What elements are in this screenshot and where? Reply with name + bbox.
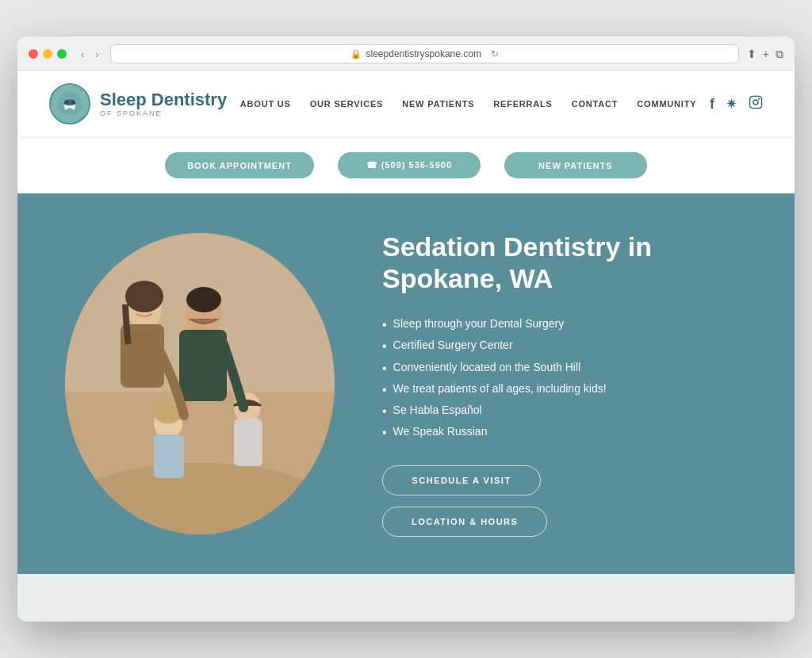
phone-button[interactable]: ☎ (509) 536-5900 xyxy=(338,152,481,178)
share-button[interactable]: ⬆ xyxy=(747,48,756,60)
nav-contact[interactable]: CONTACT xyxy=(572,99,619,109)
nav-menu: ABOUT US OUR SERVICES NEW PATIENTS REFER… xyxy=(240,99,697,109)
nav-about-us[interactable]: ABOUT US xyxy=(240,99,291,109)
yelp-icon[interactable]: ✷ xyxy=(726,95,737,113)
new-patients-button[interactable]: NEW PATIENTS xyxy=(504,152,647,178)
nav-community[interactable]: COMMUNITY xyxy=(637,99,696,109)
bullet-6: We Speak Russian xyxy=(382,425,763,440)
maximize-button[interactable] xyxy=(57,49,67,59)
svg-point-8 xyxy=(759,98,760,99)
facebook-icon[interactable]: f xyxy=(710,96,714,113)
browser-nav-controls: ‹ › xyxy=(78,47,102,62)
refresh-icon: ↻ xyxy=(491,48,499,59)
family-illustration xyxy=(65,233,335,534)
hero-title: Sedation Dentistry in Spokane, WA xyxy=(382,231,763,296)
address-bar[interactable]: 🔒 sleepdentistryspokane.com ↻ xyxy=(110,44,739,63)
new-tab-button[interactable]: + xyxy=(763,48,769,60)
schedule-visit-button[interactable]: SCHEDULE A VISIT xyxy=(382,465,541,495)
hero-content: Sedation Dentistry in Spokane, WA Sleep … xyxy=(366,231,763,537)
logo-text: Sleep Dentistry OF SPOKANE xyxy=(100,90,227,117)
hero-image xyxy=(65,233,335,534)
close-button[interactable] xyxy=(29,49,38,59)
back-button[interactable]: ‹ xyxy=(78,47,87,62)
minimize-button[interactable] xyxy=(43,49,52,59)
social-icons: f ✷ xyxy=(710,95,763,113)
book-appointment-button[interactable]: BOOK APPOINTMENT xyxy=(165,152,314,178)
cta-bar: BOOK APPOINTMENT ☎ (509) 536-5900 NEW PA… xyxy=(17,138,795,193)
svg-rect-6 xyxy=(750,96,762,108)
svg-rect-23 xyxy=(65,233,335,534)
forward-button[interactable]: › xyxy=(92,47,102,62)
browser-window: ‹ › 🔒 sleepdentistryspokane.com ↻ ⬆ + ⧉ xyxy=(17,36,795,622)
logo-subtext: OF SPOKANE xyxy=(100,109,227,117)
site-footer xyxy=(17,574,795,622)
location-hours-button[interactable]: LOCATION & HOURS xyxy=(382,507,547,537)
bullet-4: We treat patients of all ages, including… xyxy=(382,382,763,397)
instagram-icon[interactable] xyxy=(749,95,763,113)
bullet-3: Conveniently located on the South Hill xyxy=(382,361,763,376)
website-content: Sleep Dentistry OF SPOKANE ABOUT US OUR … xyxy=(17,71,795,622)
site-header: Sleep Dentistry OF SPOKANE ABOUT US OUR … xyxy=(17,71,795,138)
hero-buttons: SCHEDULE A VISIT LOCATION & HOURS xyxy=(382,465,763,537)
bullet-5: Se Habla Español xyxy=(382,404,763,419)
nav-new-patients[interactable]: NEW PATIENTS xyxy=(402,99,474,109)
logo-svg xyxy=(56,90,83,117)
tabs-button[interactable]: ⧉ xyxy=(776,48,783,61)
lock-icon: 🔒 xyxy=(350,49,362,59)
bullet-2: Certified Surgery Center xyxy=(382,339,763,354)
hero-section: Sedation Dentistry in Spokane, WA Sleep … xyxy=(17,193,795,574)
logo-icon xyxy=(49,83,90,124)
url-text: sleepdentistryspokane.com xyxy=(366,48,481,59)
browser-chrome: ‹ › 🔒 sleepdentistryspokane.com ↻ ⬆ + ⧉ xyxy=(17,36,795,71)
nav-referrals[interactable]: REFERRALS xyxy=(493,99,552,109)
browser-actions: ⬆ + ⧉ xyxy=(747,48,783,61)
logo-area: Sleep Dentistry OF SPOKANE xyxy=(49,83,227,124)
svg-point-7 xyxy=(753,100,758,105)
bullet-1: Sleep through your Dental Surgery xyxy=(382,317,763,332)
traffic-lights xyxy=(29,49,67,59)
hero-bullets-list: Sleep through your Dental Surgery Certif… xyxy=(382,317,763,440)
svg-point-2 xyxy=(65,101,69,105)
svg-point-3 xyxy=(71,101,75,105)
nav-our-services[interactable]: OUR SERVICES xyxy=(310,99,384,109)
logo-name: Sleep Dentistry xyxy=(100,90,227,109)
